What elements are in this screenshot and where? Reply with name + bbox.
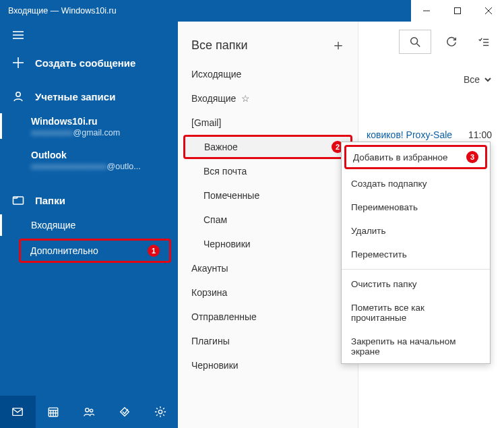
title-bar: Входящие — Windows10i.ru [0,0,504,22]
maximize-button[interactable] [442,0,473,22]
hamburger-button[interactable] [0,22,178,49]
svg-point-19 [90,409,93,412]
calendar-icon [47,406,59,418]
sidebar-inbox-label: Входящие [31,220,75,231]
svg-point-18 [86,408,89,412]
accounts-header-label: Учетные записи [35,91,115,102]
sidebar-inbox[interactable]: Входящие [0,214,178,236]
folder-drafts[interactable]: Черновики [178,232,358,256]
ctx-empty-folder[interactable]: Очистить папку [342,272,490,296]
close-button[interactable] [473,0,504,22]
account-item-2[interactable]: Outlook xxxxxxxxxxxxxxxxxx@outlo... [0,147,178,173]
hamburger-icon [12,29,24,41]
search-button[interactable] [399,30,431,54]
ctx-favorite-wrap: Добавить в избранное 3 [342,145,490,169]
star-icon[interactable]: ☆ [241,93,250,104]
settings-tab[interactable] [142,396,178,428]
ctx-delete[interactable]: Удалить [342,219,490,243]
svg-point-20 [158,410,162,413]
svg-rect-11 [13,408,22,416]
refresh-icon [445,36,458,48]
toolbar [399,30,496,54]
folder-important-wrap: Важное 2 [183,135,352,159]
accounts-header[interactable]: Учетные записи [0,84,178,104]
annotation-badge-1: 1 [148,245,160,257]
ctx-move[interactable]: Переместить [342,243,490,266]
message-time: 11:00 [468,129,492,140]
account-email: xxxxxxxxxxxxxxxxxx@outlo... [31,162,166,171]
account-name: Outlook [31,150,166,160]
ctx-mark-all-read[interactable]: Пометить все как прочитанные [342,296,490,330]
folder-sent[interactable]: Отправленные [178,305,358,329]
sidebar-more-wrap: Дополнительно 1 [19,239,171,263]
folder-important-label: Важное [204,142,332,152]
svg-line-22 [417,44,420,47]
compose-label: Создать сообщение [35,57,135,69]
folder-icon [12,194,24,206]
folder-drafts-2[interactable]: Черновики [178,353,358,377]
todo-tab[interactable] [106,396,142,428]
people-tab[interactable] [71,396,107,428]
plus-icon [12,57,24,69]
folder-gmail[interactable]: [Gmail] [178,111,358,135]
sidebar: Создать сообщение Учетные записи Windows… [0,22,178,428]
chevron-down-icon [484,75,492,84]
folder-plugins[interactable]: Плагины [178,329,358,353]
filter-dropdown[interactable]: Все [464,74,492,85]
search-icon [409,36,421,48]
account-item-1[interactable]: Windows10i.ru xxxxxxxxxx@gmail.com [0,113,178,139]
account-name: Windows10i.ru [31,116,166,127]
window-title: Входящие — Windows10i.ru [0,6,411,16]
folder-starred[interactable]: Помеченные [178,183,358,208]
select-mode-button[interactable] [472,30,496,54]
folders-panel-head: Все папки ＋ [178,22,358,62]
checklist-icon [478,36,490,48]
person-icon [12,90,24,102]
ctx-pin-start[interactable]: Закрепить на начальном экране [342,330,490,363]
svg-point-9 [16,92,20,96]
folder-context-menu: Добавить в избранное 3 Создать подпапку … [341,142,491,364]
sidebar-more-label: Дополнительно [30,245,98,256]
all-folders-panel: Все папки ＋ Исходящие Входящие ☆ [Gmail]… [178,22,358,428]
ctx-add-favorite[interactable]: Добавить в избранное 3 [344,145,487,169]
people-icon [83,406,95,418]
ctx-create-subfolder[interactable]: Создать подпапку [342,172,490,195]
account-email: xxxxxxxxxx@gmail.com [31,128,166,137]
folder-all-mail[interactable]: Вся почта [178,159,358,183]
svg-point-21 [411,38,418,44]
mail-tab[interactable] [0,396,36,428]
filter-label: Все [464,74,480,85]
folder-outgoing[interactable]: Исходящие [178,62,358,86]
add-folder-button[interactable]: ＋ [331,35,346,55]
compose-button[interactable]: Создать сообщение [0,49,178,77]
folder-accounts[interactable]: Акаунты [178,256,358,280]
ctx-add-favorite-label: Добавить в избранное [353,152,448,162]
folders-header[interactable]: Папки [0,187,178,208]
annotation-badge-3: 3 [466,151,478,163]
calendar-tab[interactable] [36,396,71,428]
folder-important[interactable]: Важное 2 [183,135,352,159]
sidebar-more-button[interactable]: Дополнительно 1 [19,239,171,263]
separator [342,269,490,270]
svg-rect-1 [455,8,461,14]
mail-icon [11,406,24,418]
folders-header-label: Папки [35,195,65,206]
folders-panel-title: Все папки [191,38,331,53]
bottom-bar [0,396,178,428]
ctx-rename[interactable]: Переименовать [342,195,490,219]
folder-trash[interactable]: Корзина [178,280,358,305]
sync-button[interactable] [439,30,464,54]
message-subject: ковиков! Proxy-Sale [367,129,452,140]
folder-inbox[interactable]: Входящие ☆ [178,86,358,111]
gear-icon [154,406,166,418]
tag-icon [119,406,131,418]
minimize-button[interactable] [411,0,442,22]
mail-app-window: Входящие — Windows10i.ru Создать сообщен… [0,0,504,428]
window-buttons [411,0,504,22]
folder-spam[interactable]: Спам [178,208,358,232]
